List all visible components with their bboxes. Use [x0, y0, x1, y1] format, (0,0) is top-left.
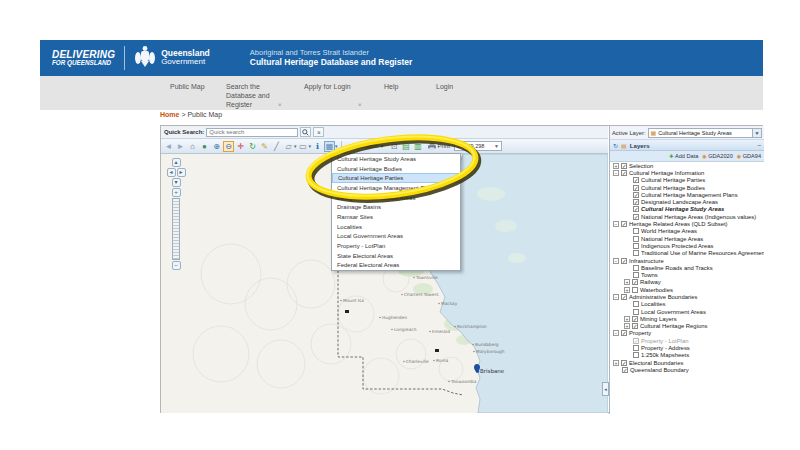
layer-label[interactable]: Mining Layers [640, 316, 677, 322]
layer-label[interactable]: World Heritage Areas [641, 228, 697, 234]
layer-checkbox[interactable]: ✓ [621, 258, 627, 264]
layer-label[interactable]: Railway [640, 279, 661, 285]
layer-checkbox[interactable]: ✓ [621, 294, 627, 300]
layer-label[interactable]: Heritage Related Areas (QLD Subset) [629, 221, 728, 227]
layer-checkbox[interactable] [633, 272, 639, 278]
layer-label[interactable]: Baseline Roads and Tracks [641, 265, 713, 271]
layer-label[interactable]: National Heritage Areas (Indigenous valu… [641, 214, 756, 220]
tree-expander-plus[interactable]: + [624, 316, 630, 322]
layer-checkbox[interactable]: ✓ [633, 214, 639, 220]
tree-expander-plus[interactable]: + [613, 163, 619, 169]
layer-label[interactable]: Administrative Boundaries [629, 294, 697, 300]
layer-label[interactable]: Waterbodies [640, 287, 673, 293]
refresh-icon[interactable]: ↻ [247, 141, 258, 152]
tree-expander-minus[interactable]: − [613, 294, 619, 300]
layer-label[interactable]: Towns [641, 272, 658, 278]
refresh-layers-icon[interactable]: ↻ [613, 142, 618, 149]
zoom-in-icon[interactable]: ⊕ [211, 141, 222, 152]
nav-item-login[interactable]: Login [436, 82, 453, 91]
select-rectangle-icon[interactable]: ▭ [298, 141, 309, 152]
nav-item-search-the[interactable]: Search the Database and Register [226, 82, 270, 109]
chevron-down-icon[interactable]: ▾ [309, 143, 312, 149]
pan-up-button[interactable]: ▴ [172, 158, 181, 167]
layer-label[interactable]: Cultural Heritage Management Plans [641, 192, 738, 198]
panel-collapse-arrow-button[interactable]: ◂ [602, 382, 609, 396]
layer-label[interactable]: Cultural Heritage Regions [640, 323, 707, 329]
layer-checkbox[interactable]: ✓ [621, 163, 627, 169]
layer-label[interactable]: Local Government Areas [641, 309, 706, 315]
layer-checkbox[interactable]: ✓ [622, 367, 628, 373]
layer-checkbox[interactable]: ✓ [632, 323, 638, 329]
map-scale-select[interactable]: 18,489,298▼ [454, 141, 502, 151]
measure-area-icon[interactable]: ▱ [283, 141, 294, 152]
layer-checkbox[interactable]: ✓ [633, 338, 639, 344]
layer-label[interactable]: National Heritage Areas [641, 236, 703, 242]
tree-expander-plus[interactable]: + [624, 323, 630, 329]
tree-expander-minus[interactable]: − [613, 170, 619, 176]
layer-checkbox[interactable]: ✓ [621, 330, 627, 336]
layer-label[interactable]: Infrastructure [629, 258, 664, 264]
layer-label[interactable]: Property - LotPlan [641, 338, 688, 344]
menu-item-designated-landscape-areas[interactable]: Designated Landscape Areas [332, 193, 460, 203]
pan-down-button[interactable]: ▾ [172, 178, 181, 187]
breadcrumb-home-link[interactable]: Home [160, 111, 179, 118]
layer-checkbox[interactable] [633, 309, 639, 315]
chevron-down-icon[interactable]: ▾ [335, 143, 338, 149]
layer-checkbox[interactable] [633, 352, 639, 358]
layer-checkbox[interactable] [633, 265, 639, 271]
layer-checkbox[interactable] [632, 287, 638, 293]
menu-item-ramsar-sites[interactable]: Ramsar Sites [332, 212, 460, 222]
zoom-out-icon[interactable]: ⊖ [223, 141, 234, 152]
layer-label[interactable]: Cultural Heritage Parties [641, 177, 705, 183]
forward-arrow-icon[interactable]: ► [175, 141, 186, 152]
layer-checkbox[interactable] [633, 236, 639, 242]
draw-icon[interactable]: ✎ [259, 141, 270, 152]
layer-checkbox[interactable]: ✓ [633, 192, 639, 198]
layer-label[interactable]: Traditional Use of Marine Resources Agre… [641, 250, 764, 256]
menu-item-cultural-heritage-bodies[interactable]: Cultural Heritage Bodies [332, 164, 460, 174]
layer-checkbox[interactable] [633, 345, 639, 351]
add-data-button[interactable]: ✚Add Data [669, 153, 698, 159]
active-layer-select[interactable]: ▦ Cultural Heritage Study Areas ▼ [648, 128, 762, 138]
tree-expander-minus[interactable]: − [613, 221, 619, 227]
nav-item-apply-for-login[interactable]: Apply for Login [304, 82, 351, 91]
identify-layer-icon[interactable]: ▦ [324, 141, 335, 152]
layer-checkbox[interactable] [633, 250, 639, 256]
quick-search-go-button[interactable] [300, 127, 311, 137]
layer-label[interactable]: Cultural Heritage Study Areas [641, 206, 724, 212]
layer-checkbox[interactable]: ✓ [621, 170, 627, 176]
layer-label[interactable]: Indigenous Protected Areas [641, 243, 713, 249]
layer-checkbox[interactable]: ✓ [621, 360, 627, 366]
layer-label[interactable]: Property [629, 330, 651, 336]
tree-expander-plus[interactable]: + [624, 287, 630, 293]
pan-right-button[interactable]: ▸ [177, 168, 186, 177]
tree-expander-plus[interactable]: + [624, 279, 630, 285]
layer-label[interactable]: Electoral Boundaries [629, 360, 683, 366]
layer-checkbox[interactable]: ✓ [632, 316, 638, 322]
info-icon[interactable]: ℹ [312, 141, 323, 152]
zoom-out-button[interactable]: − [172, 261, 181, 270]
layer-label[interactable]: 1:250k Mapsheets [641, 352, 689, 358]
layer-checkbox[interactable]: ✓ [621, 221, 627, 227]
layer-checkbox[interactable]: ✓ [632, 279, 638, 285]
collapse-panel-button[interactable]: − [757, 142, 761, 149]
layer-label[interactable]: Queensland Boundary [630, 367, 689, 373]
pan-left-button[interactable]: ◂ [167, 168, 176, 177]
layer-checkbox[interactable]: ✓ [633, 199, 639, 205]
measure-distance-icon[interactable]: ╱ [271, 141, 282, 152]
layer-checkbox[interactable] [633, 301, 639, 307]
nav-item-public-map[interactable]: Public Map [170, 82, 205, 91]
layer-label[interactable]: Cultural Heritage Information [629, 170, 704, 176]
menu-item-local-government-areas[interactable]: Local Government Areas [332, 232, 460, 242]
layer-label[interactable]: Designated Landscape Areas [641, 199, 718, 205]
tree-expander-minus[interactable]: − [613, 258, 619, 264]
quick-search-clear-button[interactable]: × [313, 127, 324, 137]
zoom-slider[interactable] [172, 198, 180, 260]
full-extent-globe-icon[interactable]: ● [199, 141, 210, 152]
layer-label[interactable]: Property - Address [641, 345, 690, 351]
menu-item-cultural-heritage-study-areas[interactable]: Cultural Heritage Study Areas [332, 154, 460, 164]
menu-item-property-lotplan[interactable]: Property - LotPlan [332, 241, 460, 251]
menu-item-drainage-basins[interactable]: Drainage Basins [332, 202, 460, 212]
layer-checkbox[interactable] [633, 243, 639, 249]
menu-item-cultural-heritage-management-plans[interactable]: Cultural Heritage Management Plans [332, 183, 460, 193]
